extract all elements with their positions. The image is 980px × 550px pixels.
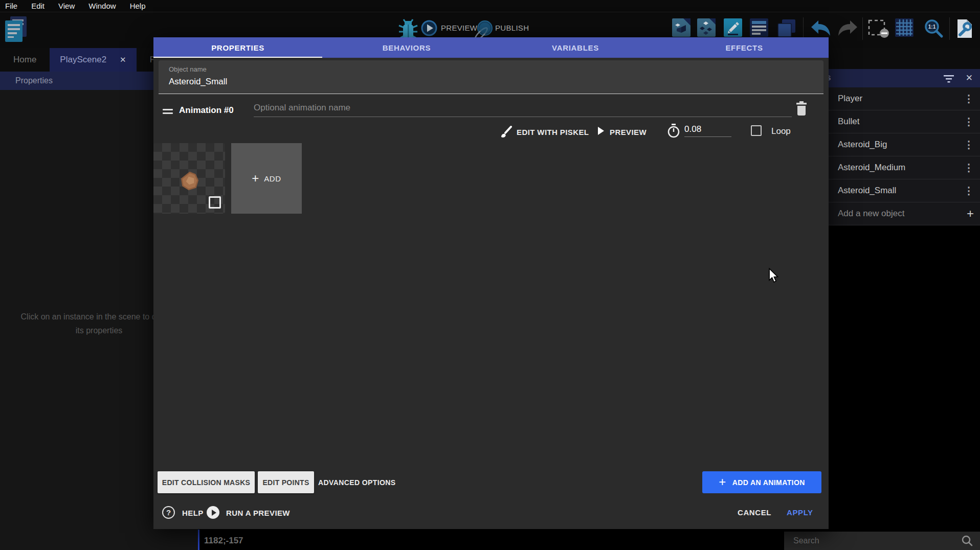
animation-frame-thumbnail[interactable] <box>153 143 225 214</box>
object-row-bullet[interactable]: Bullet ⋮ <box>829 110 980 133</box>
object-menu-icon[interactable]: ⋮ <box>964 186 974 196</box>
toolbar-divider <box>949 17 950 40</box>
add-frame-button[interactable]: + ADD <box>231 143 302 214</box>
add-animation-button[interactable]: + ADD AN ANIMATION <box>702 471 821 493</box>
object-name: Player <box>838 94 862 104</box>
tab-playscene2-label: PlayScene2 <box>60 55 106 65</box>
redo-icon[interactable] <box>836 19 859 40</box>
edit-points-button[interactable]: EDIT POINTS <box>258 471 314 493</box>
add-frame-label: ADD <box>264 174 281 183</box>
run-preview-icon[interactable] <box>207 506 219 519</box>
plus-icon: + <box>252 171 259 186</box>
toolbar-divider <box>803 17 804 40</box>
object-editor-dialog: PROPERTIES BEHAVIORS VARIABLES EFFECTS O… <box>153 37 829 529</box>
animation-name-input[interactable] <box>254 103 792 117</box>
loop-label: Loop <box>771 126 791 136</box>
object-name: Asteroid_Big <box>838 140 887 150</box>
layers-icon[interactable] <box>777 18 796 40</box>
animation-title: Animation #0 <box>179 105 234 116</box>
preview-animation-button[interactable]: PREVIEW <box>610 128 647 136</box>
object-row-asteroid-big[interactable]: Asteroid_Big ⋮ <box>829 133 980 156</box>
help-icon[interactable]: ? <box>162 506 175 519</box>
add-object-label: Add a new object <box>838 209 904 219</box>
undo-icon[interactable] <box>809 19 833 40</box>
loop-checkbox[interactable] <box>751 125 762 136</box>
run-preview-button[interactable]: RUN A PREVIEW <box>226 509 290 517</box>
properties-panel-title: Properties <box>15 76 53 85</box>
menu-file[interactable]: File <box>5 2 17 10</box>
app-window: File Edit View Window Help <box>0 0 980 550</box>
frame-select-checkbox[interactable] <box>209 196 221 209</box>
dialog-tab-variables[interactable]: VARIABLES <box>491 37 660 58</box>
objects-panel: Objects ✕ Player ⋮ Bullet ⋮ Asteroid_Big… <box>829 69 980 225</box>
tab-playscene2[interactable]: PlayScene2 ✕ <box>50 48 136 72</box>
objects-panel-close-icon[interactable]: ✕ <box>966 73 973 83</box>
svg-text:1:1: 1:1 <box>928 24 936 30</box>
publish-toolbar-label[interactable]: PUBLISH <box>495 24 529 32</box>
drag-handle-icon[interactable] <box>163 109 173 116</box>
edit-scene-icon[interactable] <box>724 18 742 39</box>
question-glyph: ? <box>166 508 171 517</box>
cancel-button[interactable]: CANCEL <box>738 508 771 517</box>
scene-tools-icon[interactable] <box>955 18 974 41</box>
search-input[interactable] <box>793 536 962 545</box>
piskel-brush-icon <box>500 125 513 141</box>
object-menu-icon[interactable]: ⋮ <box>964 117 974 127</box>
edit-collision-masks-button[interactable]: EDIT COLLISION MASKS <box>158 471 255 493</box>
events-list-icon[interactable] <box>750 18 768 39</box>
project-manager-icon[interactable] <box>4 15 29 45</box>
object-name: Asteroid_Small <box>838 186 896 196</box>
clear-selection-icon[interactable] <box>868 19 890 41</box>
menu-view[interactable]: View <box>58 2 75 10</box>
advanced-options-button[interactable]: ADVANCED OPTIONS <box>318 471 396 493</box>
toolbar-divider <box>862 17 863 40</box>
object-name: Bullet <box>838 117 860 127</box>
plus-icon: + <box>719 475 726 489</box>
preview-toolbar-label[interactable]: PREVIEW <box>441 24 477 32</box>
tab-close-icon[interactable]: ✕ <box>120 55 126 64</box>
mouse-cursor <box>768 268 781 287</box>
open-object-groups-icon[interactable] <box>697 18 716 39</box>
apply-button[interactable]: APPLY <box>787 508 813 517</box>
object-row-asteroid-small[interactable]: Asteroid_Small ⋮ <box>829 179 980 202</box>
asteroid-sprite <box>178 170 202 193</box>
object-menu-icon[interactable]: ⋮ <box>964 140 974 150</box>
object-menu-icon[interactable]: ⋮ <box>964 94 974 104</box>
dialog-tab-bar: PROPERTIES BEHAVIORS VARIABLES EFFECTS <box>153 37 829 58</box>
tab-home-label: Home <box>13 55 36 65</box>
filter-icon[interactable] <box>943 73 954 83</box>
edit-with-piskel-button[interactable]: EDIT WITH PISKEL <box>517 128 589 136</box>
time-between-frames-input[interactable] <box>684 124 731 137</box>
menu-edit[interactable]: Edit <box>31 2 44 10</box>
dialog-tab-effects[interactable]: EFFECTS <box>660 37 829 58</box>
open-objects-editor-icon[interactable] <box>672 18 691 39</box>
help-button[interactable]: HELP <box>182 509 204 517</box>
cursor-coordinates: 1182;-157 <box>204 536 243 546</box>
menu-bar: File Edit View Window Help <box>0 0 980 12</box>
object-row-asteroid-medium[interactable]: Asteroid_Medium ⋮ <box>829 156 980 179</box>
delete-animation-icon[interactable] <box>795 101 808 118</box>
object-row-player[interactable]: Player ⋮ <box>829 87 980 110</box>
menu-window[interactable]: Window <box>88 2 116 10</box>
object-name: Asteroid_Medium <box>838 163 905 173</box>
publish-icon[interactable] <box>475 19 495 39</box>
tab-home[interactable]: Home <box>0 48 50 72</box>
preview-animation-icon[interactable] <box>598 127 604 135</box>
object-name-input[interactable] <box>169 77 803 87</box>
stopwatch-icon <box>666 123 681 141</box>
object-menu-icon[interactable]: ⋮ <box>964 163 974 173</box>
scene-canvas-edge <box>198 530 199 550</box>
object-name-field[interactable]: Object name <box>159 60 823 94</box>
object-name-label: Object name <box>169 65 207 73</box>
plus-icon: + <box>967 208 974 220</box>
zoom-1-1-icon[interactable]: 1:1 <box>924 18 944 41</box>
dialog-tab-properties[interactable]: PROPERTIES <box>153 37 322 58</box>
dialog-tab-behaviors[interactable]: BEHAVIORS <box>322 37 491 58</box>
preview-toolbar-icon[interactable] <box>420 19 438 39</box>
objects-panel-header: Objects ✕ <box>829 69 980 87</box>
add-new-object-row[interactable]: Add a new object + <box>829 202 980 225</box>
grid-icon[interactable] <box>895 18 914 39</box>
add-animation-label: ADD AN ANIMATION <box>732 478 805 487</box>
search-icon <box>962 535 973 546</box>
menu-help[interactable]: Help <box>130 2 146 10</box>
